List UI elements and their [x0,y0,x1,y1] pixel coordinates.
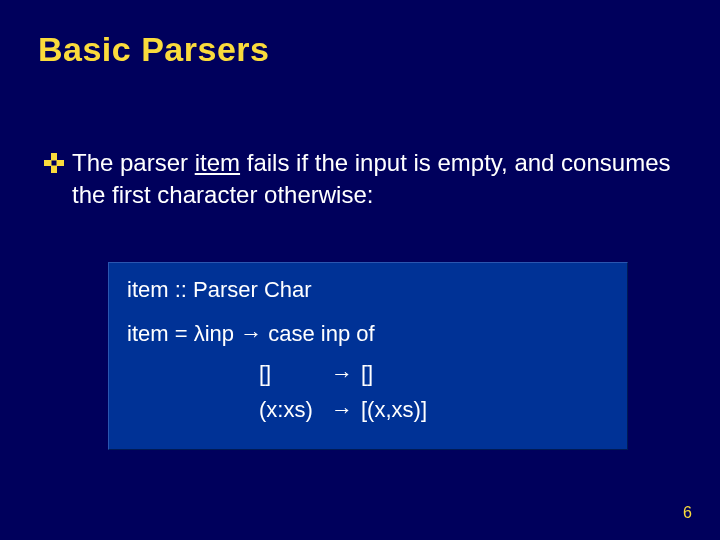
code-definition: item = λinp → case inp of [127,321,609,347]
slide: Basic Parsers The parser item fails if t… [0,0,720,540]
code-def-pre: item = [127,321,194,346]
code-def-post: case inp of [262,321,375,346]
lambda-symbol: λ [194,321,205,346]
case1-rhs: [] [361,361,373,387]
case2-rhs: [(x,xs)] [361,397,427,423]
code-box: item :: Parser Char item = λinp → case i… [108,262,628,450]
case-row-2: (x:xs) → [(x,xs)] [259,397,609,423]
case-row-1: [] → [] [259,361,609,387]
code-type-signature: item :: Parser Char [127,277,609,303]
slide-title: Basic Parsers [38,30,682,69]
page-number: 6 [683,504,692,522]
bullet-cross-icon [44,153,64,173]
code-def-mid: inp [205,321,240,346]
bullet-text-underlined: item [195,149,240,176]
arrow-symbol: → [240,321,262,346]
arrow-symbol: → [331,397,361,423]
bullet-text: The parser item fails if the input is em… [72,147,682,212]
bullet-text-pre: The parser [72,149,195,176]
bullet-item: The parser item fails if the input is em… [38,147,682,212]
case1-lhs: [] [259,361,331,387]
arrow-symbol: → [331,361,361,387]
svg-rect-2 [52,161,57,166]
case-block: [] → [] (x:xs) → [(x,xs)] [127,361,609,423]
case2-lhs: (x:xs) [259,397,331,423]
